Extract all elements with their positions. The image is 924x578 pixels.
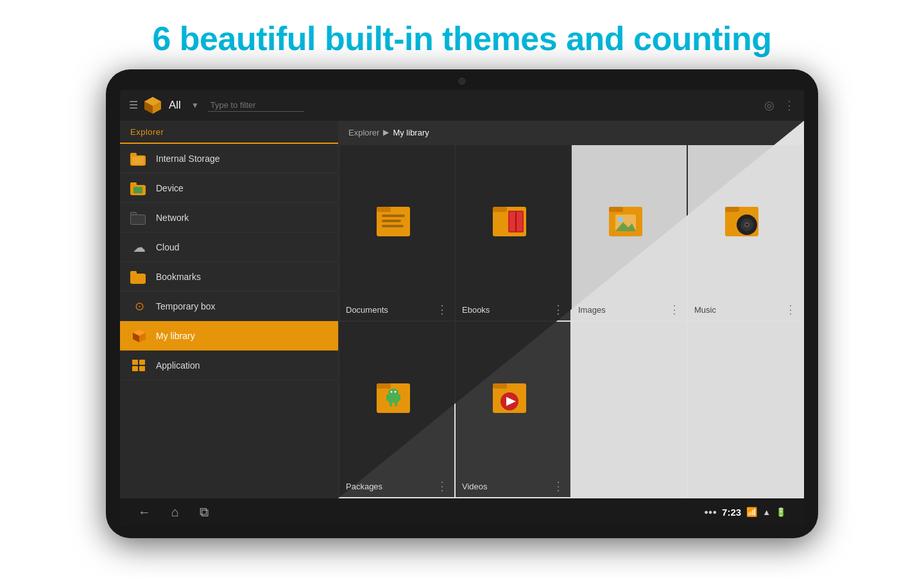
- sidebar-item-my-library[interactable]: My library: [120, 321, 338, 351]
- grid-item-images-label: Images: [578, 305, 606, 315]
- filter-input[interactable]: [208, 99, 304, 112]
- sidebar-item-label: Temporary box: [156, 301, 216, 311]
- svg-rect-16: [382, 225, 404, 227]
- grid-item-ebooks-label: Ebooks: [462, 305, 490, 315]
- more-icon-packages[interactable]: ⋮: [436, 479, 448, 493]
- sidebar-item-internal-storage[interactable]: Internal Storage: [120, 144, 338, 173]
- grid-item-empty-2: [688, 322, 803, 497]
- home-nav-icon[interactable]: ⌂: [171, 505, 179, 520]
- cloud-icon: ☁: [130, 240, 148, 254]
- svg-rect-28: [725, 207, 739, 212]
- svg-rect-23: [609, 207, 623, 212]
- folder-bookmarks-icon: [130, 270, 148, 284]
- grid-item-packages-icon-area: [339, 322, 454, 475]
- svg-rect-40: [395, 401, 397, 407]
- grid-item-videos-icon-area: [456, 322, 570, 475]
- sidebar-item-cloud[interactable]: ☁ Cloud: [120, 232, 338, 262]
- app-name: All: [169, 99, 181, 112]
- breadcrumb: Explorer ▶ My library: [338, 121, 804, 144]
- page-title: 6 beautiful built-in themes and counting: [152, 19, 771, 58]
- grid-item-footer: Videos ⋮: [456, 475, 570, 497]
- sidebar-item-device[interactable]: Device: [120, 173, 338, 203]
- grid-item-music-label: Music: [694, 305, 716, 315]
- more-icon-videos[interactable]: ⋮: [552, 479, 564, 493]
- svg-rect-44: [493, 383, 507, 389]
- more-icon-music[interactable]: ⋮: [785, 302, 796, 317]
- page-header: 6 beautiful built-in themes and counting: [152, 0, 771, 69]
- svg-point-41: [390, 390, 392, 392]
- sidebar-item-temporary-box[interactable]: ⊙ Temporary box: [120, 292, 338, 321]
- breadcrumb-current: My library: [393, 128, 429, 137]
- sidebar-item-bookmarks[interactable]: Bookmarks: [120, 262, 338, 292]
- sidebar-item-label: Cloud: [156, 242, 180, 252]
- status-time: 7:23: [722, 507, 741, 518]
- status-bar: ●●● 7:23 📶 ▲ 🔋: [704, 507, 786, 518]
- sidebar-item-label: Application: [156, 360, 200, 371]
- grid-item-footer: Packages ⋮: [339, 475, 454, 497]
- grid-item-footer: Music ⋮: [688, 299, 803, 320]
- tablet-screen: ☰ All ▼ ◎ ⋮: [120, 90, 804, 525]
- page-wrapper: 6 beautiful built-in themes and counting…: [0, 0, 924, 578]
- sidebar: Explorer Internal Storage: [120, 121, 338, 498]
- folder-device-icon: [130, 181, 148, 195]
- temp-box-icon: ⊙: [130, 299, 148, 313]
- bottom-bar: ← ⌂ ⧉ ●●● 7:23 📶 ▲ 🔋: [120, 498, 804, 525]
- grid-item-footer: Documents ⋮: [339, 299, 454, 320]
- grid-item-empty-1: [572, 322, 687, 497]
- grid-item-videos[interactable]: Videos ⋮: [456, 322, 570, 497]
- grid-item-images[interactable]: Images ⋮: [572, 145, 687, 320]
- top-bar: ☰ All ▼ ◎ ⋮: [120, 90, 804, 121]
- breadcrumb-parent: Explorer: [348, 128, 379, 137]
- carrier-icon: ●●●: [704, 508, 717, 516]
- bottom-nav: ← ⌂ ⧉: [138, 505, 209, 520]
- grid-item-documents-label: Documents: [346, 305, 388, 315]
- app-logo-icon: [143, 96, 162, 115]
- sidebar-tab-label: Explorer: [130, 127, 164, 137]
- grid-item-packages[interactable]: Packages ⋮: [339, 322, 454, 497]
- svg-rect-15: [382, 220, 401, 222]
- grid-item-documents[interactable]: Documents ⋮: [339, 145, 454, 320]
- svg-rect-34: [377, 383, 391, 389]
- folder-network-icon: [130, 211, 148, 225]
- back-nav-icon[interactable]: ←: [138, 505, 151, 520]
- sidebar-item-label: Device: [156, 183, 184, 193]
- menu-icon[interactable]: ☰: [129, 100, 138, 110]
- app-grid-icon: [130, 358, 148, 372]
- grid-item-documents-icon-area: [339, 145, 454, 299]
- folder-icon: [130, 152, 148, 166]
- eye-icon[interactable]: ◎: [764, 98, 774, 112]
- grid-item-footer: Ebooks ⋮: [456, 299, 570, 320]
- dropdown-arrow-icon[interactable]: ▼: [191, 101, 199, 110]
- sidebar-item-application[interactable]: Application: [120, 351, 338, 380]
- wifi-icon: 📶: [746, 507, 757, 517]
- svg-rect-10: [132, 366, 138, 371]
- library-icon: [130, 329, 148, 343]
- grid-item-music-icon-area: [688, 145, 803, 299]
- svg-point-42: [394, 390, 396, 392]
- sidebar-item-network[interactable]: Network: [120, 203, 338, 232]
- svg-point-32: [746, 223, 748, 226]
- grid-item-footer: Images ⋮: [572, 299, 687, 320]
- more-icon-ebooks[interactable]: ⋮: [552, 302, 564, 317]
- svg-rect-36: [388, 394, 398, 403]
- tablet-camera: [459, 78, 466, 85]
- sidebar-tab[interactable]: Explorer: [120, 121, 338, 144]
- more-icon-documents[interactable]: ⋮: [436, 302, 448, 317]
- svg-rect-9: [139, 360, 145, 365]
- svg-rect-39: [389, 401, 392, 407]
- more-icon-images[interactable]: ⋮: [669, 302, 680, 317]
- more-vert-icon[interactable]: ⋮: [783, 98, 795, 112]
- svg-rect-37: [386, 394, 389, 401]
- svg-rect-8: [132, 360, 138, 365]
- svg-rect-13: [377, 207, 391, 212]
- sidebar-items-list: Internal Storage Device: [120, 144, 338, 498]
- grid-item-ebooks[interactable]: Ebooks ⋮: [456, 145, 570, 320]
- sidebar-item-label: My library: [156, 331, 195, 341]
- tablet-frame: ☰ All ▼ ◎ ⋮: [106, 69, 818, 538]
- recent-nav-icon[interactable]: ⧉: [200, 505, 209, 520]
- sidebar-item-label: Network: [156, 213, 189, 223]
- grid-item-music[interactable]: Music ⋮: [688, 145, 803, 320]
- sidebar-item-label: Internal Storage: [156, 153, 220, 164]
- grid-item-packages-label: Packages: [346, 482, 382, 491]
- grid-item-ebooks-icon-area: [456, 145, 570, 299]
